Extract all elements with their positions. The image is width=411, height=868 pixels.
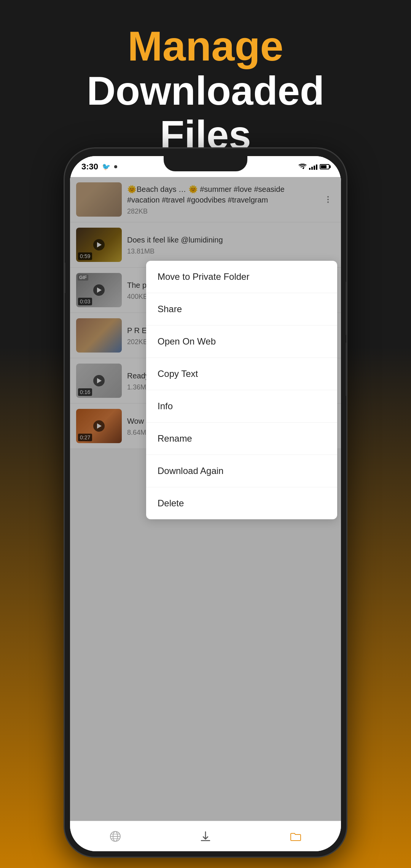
context-menu: Move to Private Folder Share Open On Web… <box>146 261 337 519</box>
context-menu-share[interactable]: Share <box>146 293 337 326</box>
context-menu-delete[interactable]: Delete <box>146 487 337 519</box>
side-button-power2 <box>346 343 346 396</box>
screen-content: 🌞Beach days … 🌞 #summer #love #seaside #… <box>70 177 341 821</box>
context-menu-download-again[interactable]: Download Again <box>146 455 337 487</box>
twitter-icon: 🐦 <box>102 163 110 171</box>
notification-dot <box>114 165 117 168</box>
signal-icon <box>309 164 317 170</box>
nav-globe-button[interactable] <box>109 830 121 842</box>
context-menu-move-private[interactable]: Move to Private Folder <box>146 261 337 293</box>
wifi-icon <box>298 164 307 170</box>
bottom-nav <box>70 821 341 851</box>
folder-icon <box>290 830 302 842</box>
nav-folder-button[interactable] <box>290 830 302 842</box>
globe-icon <box>109 830 121 842</box>
side-button-power <box>346 282 346 335</box>
download-icon <box>199 830 212 842</box>
hero-subtitle: Downloaded Files <box>0 69 411 157</box>
phone-notch <box>164 156 247 171</box>
status-time: 3:30 <box>81 162 98 172</box>
context-menu-open-web[interactable]: Open On Web <box>146 326 337 358</box>
context-menu-copy-text[interactable]: Copy Text <box>146 358 337 390</box>
nav-download-button[interactable] <box>199 830 212 842</box>
context-menu-info[interactable]: Info <box>146 390 337 423</box>
phone-screen: 3:30 🐦 <box>70 156 341 851</box>
phone-frame: 3:30 🐦 <box>65 148 346 857</box>
side-button-volume <box>65 263 65 293</box>
context-menu-rename[interactable]: Rename <box>146 423 337 455</box>
hero-section: Manage Downloaded Files <box>0 0 411 172</box>
battery-icon <box>320 164 330 169</box>
hero-manage-text: Manage <box>0 23 411 69</box>
